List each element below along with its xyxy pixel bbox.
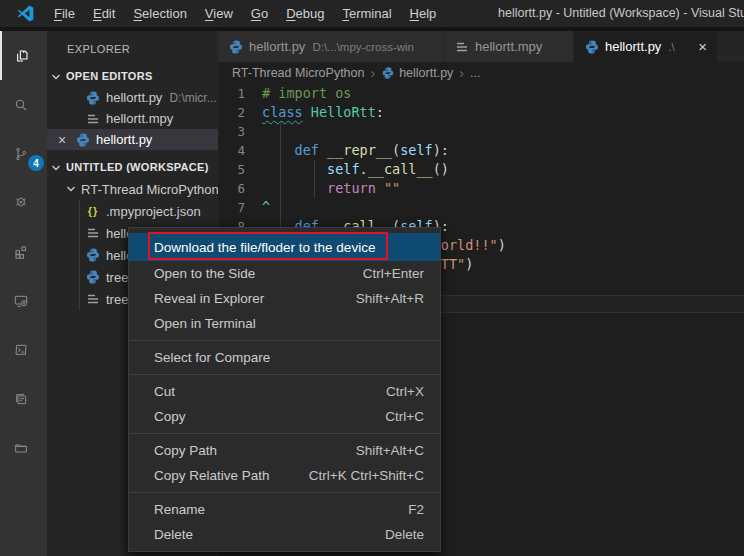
context-menu-label: Delete [154,527,193,542]
activity-item-debug[interactable] [0,178,47,227]
close-icon[interactable]: × [698,39,707,54]
breadcrumb-label: hellortt.py [399,66,453,80]
breadcrumb-item[interactable]: RT-Thread MicroPython [232,66,364,80]
line-number: 7 [218,198,262,217]
line-number: 3 [218,122,262,141]
activity-item-terminal[interactable] [0,325,47,374]
breadcrumb: RT-Thread MicroPython›hellortt.py›... [218,62,744,84]
open-editor-label: hellortt.mpy [106,111,173,126]
tree-indent-guide [79,200,80,310]
close-icon[interactable]: × [55,133,69,147]
context-menu-shortcut: Ctrl+C [365,409,424,424]
python-icon [85,269,101,285]
context-menu-item[interactable]: Copy Relative PathCtrl+K Ctrl+Shift+C [129,463,440,488]
context-menu-item[interactable]: CutCtrl+X [129,379,440,404]
menubar-item-edit[interactable]: Edit [84,0,124,27]
search-icon [13,97,29,113]
menubar-item-help[interactable]: Help [401,0,446,27]
code-text: return "" [262,179,400,198]
line-number: 6 [218,179,262,198]
tab-description: .\ [668,41,674,53]
context-menu-item[interactable]: RenameF2 [129,497,440,522]
context-menu-label: Copy Relative Path [154,468,270,483]
tree-file-item[interactable]: {}.mpyproject.json [47,200,218,222]
python-icon [85,90,101,106]
breadcrumb-item[interactable]: ... [470,66,480,80]
debug-icon [13,195,29,211]
device-icon [13,293,29,309]
context-menu-item[interactable]: DeleteDelete [129,522,440,547]
menubar-item-go[interactable]: Go [242,0,277,27]
line-number: 4 [218,141,262,160]
vscode-window: FileEditSelectionViewGoDebugTerminalHelp… [0,0,744,556]
code-text: self.__call__() [262,160,449,179]
python-icon [85,247,101,263]
context-menu-item[interactable]: Select for Compare [129,345,440,370]
context-menu-item[interactable]: Open in Terminal [129,311,440,336]
extensions-icon [13,244,29,260]
context-menu-label: Rename [154,502,205,517]
context-menu-label: Open to the Side [154,266,255,281]
open-editors-label: OPEN EDITORS [66,70,153,82]
activity-item-output-notes[interactable] [0,374,47,423]
editor-tab[interactable]: hellortt.pyD:\...\mpy-cross-win [218,31,444,62]
context-menu-shortcut: Delete [365,527,424,542]
folder-label: RT-Thread MicroPython [81,182,218,197]
activity-item-source-control[interactable]: 4 [0,129,47,178]
code-line: 3 [218,122,744,141]
open-editors-header[interactable]: OPEN EDITORS [47,65,218,87]
title-bar: FileEditSelectionViewGoDebugTerminalHelp… [0,0,744,27]
context-menu-label: Open in Terminal [154,316,256,331]
menubar-item-view[interactable]: View [196,0,242,27]
source-control-icon [13,146,29,162]
context-menu-item[interactable]: Reveal in ExplorerShift+Alt+R [129,286,440,311]
menubar-item-selection[interactable]: Selection [124,0,195,27]
workspace-label: UNTITLED (WORKSPACE) [66,161,209,173]
editor-tab[interactable]: hellortt.py.\× [574,31,718,62]
window-title: hellortt.py - Untitled (Workspace) - Vis… [498,0,744,27]
open-editor-item[interactable]: hellortt.pyD:\micr... [47,87,218,108]
editor-tab[interactable]: hellortt.mpy [444,31,574,62]
context-menu-item[interactable]: Copy PathShift+Alt+C [129,438,440,463]
menubar-item-terminal[interactable]: Terminal [333,0,400,27]
open-editor-item[interactable]: ×hellortt.py [47,129,218,150]
list-icon [85,225,101,241]
breadcrumb-separator: › [370,65,375,81]
tree-folder-rt-thread[interactable]: RT-Thread MicroPython [47,178,218,200]
indent-guide [314,160,315,198]
code-text: class HelloRtt: [262,103,384,122]
vscode-logo [17,5,34,22]
context-menu-item[interactable]: Download the file/floder to the device [129,233,440,261]
code-line: 1# import os [218,84,744,103]
context-menu: Download the file/floder to the deviceOp… [128,227,441,552]
context-menu-item[interactable]: CopyCtrl+C [129,404,440,429]
workspace-header[interactable]: UNTITLED (WORKSPACE) [47,156,218,178]
code-line: 4 def __repr__(self): [218,141,744,160]
titlebar-divider [0,27,744,31]
context-menu-shortcut: F2 [388,502,424,517]
code-line: 2class HelloRtt: [218,103,744,122]
activity-item-extensions[interactable] [0,227,47,276]
line-number: 2 [218,103,262,122]
breadcrumb-item[interactable]: hellortt.py [381,66,453,80]
tab-label: hellortt.mpy [475,39,542,54]
code-line: 5 self.__call__() [218,160,744,179]
context-menu-label: Cut [154,384,175,399]
tab-label: hellortt.py [605,39,661,54]
context-menu-item[interactable]: Open to the SideCtrl+Enter [129,261,440,286]
line-number: 1 [218,84,262,103]
json-icon: {} [85,203,101,219]
code-text: ^ [262,198,270,217]
menubar-item-file[interactable]: File [45,0,84,27]
open-editor-item[interactable]: hellortt.mpy [47,108,218,129]
context-menu-separator [130,374,439,375]
tree-file-label: .mpyproject.json [106,204,201,219]
line-number: 5 [218,160,262,179]
activity-item-remote-device[interactable] [0,276,47,325]
indent-guide [280,122,281,238]
activity-item-folders[interactable] [0,423,47,472]
activity-bar: 4 [0,31,47,556]
menubar-item-debug[interactable]: Debug [277,0,333,27]
activity-item-explorer[interactable] [0,31,47,80]
activity-item-search[interactable] [0,80,47,129]
